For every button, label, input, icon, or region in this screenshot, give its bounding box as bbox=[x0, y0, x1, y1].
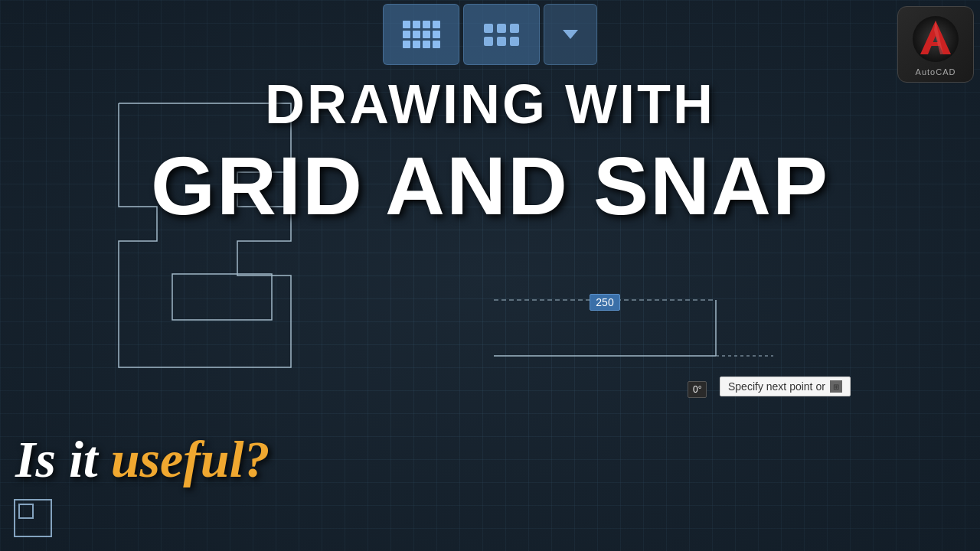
grid-icon bbox=[403, 21, 440, 48]
title-line2: GRID and SNAP bbox=[151, 138, 829, 233]
corner-marker bbox=[14, 499, 52, 537]
main-canvas: Drawing with GRID and SNAP AutoCAD bbox=[0, 0, 980, 551]
svg-rect-8 bbox=[926, 42, 945, 46]
toolbar bbox=[383, 4, 597, 65]
subtitle: Is it useful? bbox=[15, 429, 270, 490]
command-prompt: Specify next point or ⊞ bbox=[720, 377, 851, 396]
autocad-logo: AutoCAD bbox=[897, 6, 974, 83]
subtitle-highlight: useful? bbox=[111, 430, 270, 488]
grid-button[interactable] bbox=[383, 4, 459, 65]
subtitle-prefix: Is it bbox=[15, 430, 111, 488]
dimension-input[interactable]: 250 bbox=[590, 294, 620, 311]
prompt-icon: ⊞ bbox=[830, 380, 842, 393]
autocad-icon bbox=[909, 12, 962, 66]
corner-inner bbox=[18, 504, 34, 519]
svg-marker-5 bbox=[563, 30, 578, 39]
toolbar-dropdown[interactable] bbox=[544, 4, 597, 65]
autocad-label: AutoCAD bbox=[916, 67, 956, 77]
snap-button[interactable] bbox=[463, 4, 540, 65]
angle-badge: 0° bbox=[688, 381, 707, 398]
title-line1: Drawing with bbox=[265, 73, 715, 135]
command-prompt-text: Specify next point or bbox=[728, 380, 825, 393]
